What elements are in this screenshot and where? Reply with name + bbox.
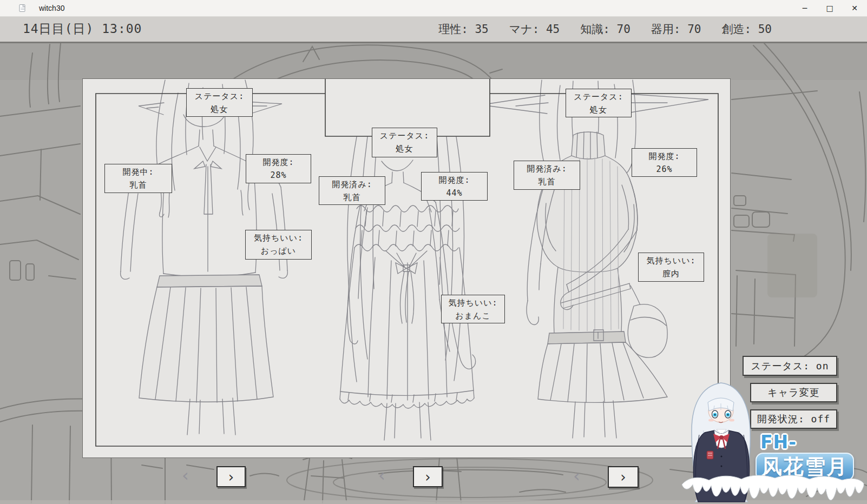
- prev-character-button-2[interactable]: ‹: [378, 467, 385, 483]
- snow-decoration: [676, 470, 867, 503]
- dev-label-3-title: 開発済み:: [514, 162, 580, 175]
- chevron-right-icon: ›: [425, 469, 430, 485]
- next-character-button-3[interactable]: ›: [608, 466, 639, 488]
- status-label-2-value: 処女: [372, 142, 437, 155]
- feel-label-2-title: 気持ちいい:: [442, 296, 504, 309]
- game-window: witch30 ─ □ ✕ 14日目(日) 13:00 理性: 35 マナ: 4…: [0, 0, 867, 504]
- dev-label-3-value: 乳首: [514, 175, 580, 188]
- status-label-1-title: ステータス:: [187, 90, 252, 103]
- feel-label-2-value: おまんこ: [442, 309, 504, 322]
- chevron-right-icon: ›: [228, 469, 234, 485]
- status-label-3-title: ステータス:: [566, 90, 631, 103]
- stat-knowledge: 知識: 70: [580, 22, 630, 37]
- change-character-label: キャラ変更: [767, 386, 819, 399]
- app-icon: [18, 4, 27, 12]
- status-label-3-value: 処女: [566, 103, 631, 116]
- title-bar: witch30 ─ □ ✕: [0, 0, 867, 17]
- chevron-left-icon: ‹: [573, 466, 580, 486]
- rate-label-3-value: 26%: [632, 163, 697, 176]
- stat-dexterity: 器用: 70: [651, 22, 701, 37]
- dev-label-2-value: 乳首: [319, 191, 385, 204]
- status-label-1-value: 処女: [187, 103, 252, 116]
- rate-label-3: 開発度: 26%: [632, 148, 697, 177]
- status-label-3: ステータス: 処女: [566, 89, 632, 117]
- next-character-button-1[interactable]: ›: [216, 466, 246, 487]
- chevron-left-icon: ‹: [182, 465, 189, 486]
- dev-label-2: 開発済み: 乳首: [319, 176, 385, 205]
- feel-label-1: 気持ちいい: おっぱい: [245, 230, 312, 260]
- window-controls: ─ □ ✕: [792, 0, 867, 16]
- dev-label-1: 開発中: 乳首: [104, 164, 172, 193]
- feel-label-3-value: 膣内: [639, 267, 704, 280]
- prev-character-button-1[interactable]: ‹: [182, 467, 189, 483]
- next-character-button-2[interactable]: ›: [413, 466, 443, 487]
- maximize-button[interactable]: □: [817, 0, 842, 16]
- window-title: witch30: [39, 4, 64, 12]
- feel-label-2: 気持ちいい: おまんこ: [441, 295, 505, 323]
- stats-row: 理性: 35 マナ: 45 知識: 70 器用: 70 創造: 50: [438, 22, 772, 37]
- rate-label-1-value: 28%: [246, 169, 311, 182]
- rate-label-2-value: 44%: [422, 187, 487, 200]
- status-toggle-label: ステータス: on: [751, 360, 829, 373]
- chevron-right-icon: ›: [620, 469, 626, 485]
- rate-label-2: 開発度: 44%: [421, 172, 488, 201]
- chevron-left-icon: ‹: [378, 465, 385, 486]
- stat-mana: マナ: 45: [509, 22, 560, 37]
- dev-status-toggle-button[interactable]: 開発状況: off: [750, 409, 837, 429]
- close-button[interactable]: ✕: [842, 0, 867, 16]
- status-label-1: ステータス: 処女: [186, 88, 253, 117]
- rate-label-1-title: 開発度:: [246, 156, 311, 169]
- dev-label-3: 開発済み: 乳首: [514, 161, 580, 190]
- stat-reason: 理性: 35: [438, 22, 489, 37]
- feel-label-3-title: 気持ちいい:: [639, 254, 704, 267]
- feel-label-1-value: おっぱい: [246, 244, 311, 257]
- feel-label-3: 気持ちいい: 膣内: [638, 253, 704, 282]
- change-character-button[interactable]: キャラ変更: [750, 383, 837, 402]
- rate-label-2-title: 開発度:: [422, 174, 487, 187]
- feel-label-1-title: 気持ちいい:: [246, 231, 311, 244]
- status-label-2-title: ステータス:: [372, 129, 437, 142]
- rate-label-1: 開発度: 28%: [246, 154, 311, 183]
- game-datetime: 14日目(日) 13:00: [23, 21, 142, 37]
- dev-status-toggle-label: 開発状況: off: [757, 413, 830, 426]
- status-label-2: ステータス: 処女: [372, 128, 437, 157]
- hud-bar: 14日目(日) 13:00 理性: 35 マナ: 45 知識: 70 器用: 7…: [0, 16, 867, 43]
- maximize-icon: □: [826, 4, 833, 12]
- stat-creation: 創造: 50: [721, 22, 772, 37]
- rate-label-3-title: 開発度:: [632, 150, 697, 163]
- prev-character-button-3[interactable]: ‹: [573, 468, 580, 484]
- status-toggle-button[interactable]: ステータス: on: [743, 356, 837, 376]
- minimize-icon: ─: [803, 4, 807, 12]
- dev-label-2-title: 開発済み:: [319, 178, 385, 191]
- close-icon: ✕: [851, 4, 858, 12]
- dev-label-1-value: 乳首: [105, 178, 172, 191]
- dev-label-1-title: 開発中:: [105, 165, 172, 178]
- minimize-button[interactable]: ─: [792, 0, 817, 16]
